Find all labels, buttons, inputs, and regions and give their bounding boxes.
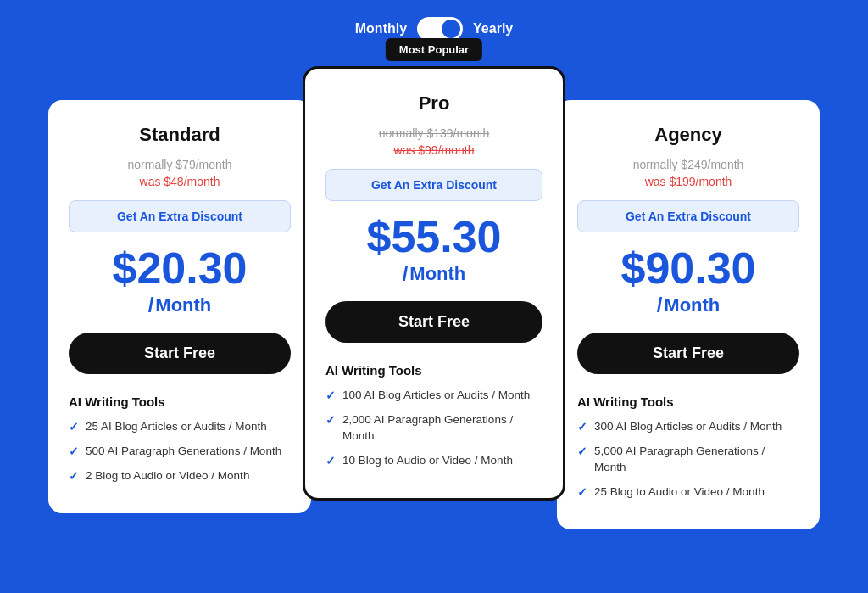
price-per-standard: / Month [69, 294, 291, 317]
plan-card-agency: Agency normally $249/month was $199/mont… [557, 100, 820, 529]
big-price-standard: $20.30 [69, 246, 291, 290]
feature-text: 25 AI Blog Articles or Audits / Month [86, 419, 267, 435]
check-icon: ✓ [577, 420, 587, 434]
plan-title-pro: Pro [326, 92, 542, 115]
feature-text: 5,000 AI Paragraph Generations / Month [594, 444, 799, 476]
price-amount-pro: $55.30 [366, 212, 501, 261]
check-icon: ✓ [326, 454, 336, 467]
feature-text: 500 AI Paragraph Generations / Month [86, 444, 281, 460]
slash-pro: / [403, 262, 409, 286]
feature-item: ✓ 2,000 AI Paragraph Generations / Month [326, 412, 542, 445]
feature-item: ✓ 10 Blog to Audio or Video / Month [326, 453, 542, 469]
check-icon: ✓ [577, 445, 587, 458]
normally-price-standard: normally $79/month [69, 158, 291, 171]
price-per-pro: / Month [326, 262, 542, 286]
feature-text: 10 Blog to Audio or Video / Month [342, 453, 513, 469]
month-standard: Month [155, 294, 211, 316]
discount-btn-standard[interactable]: Get An Extra Discount [69, 200, 291, 232]
was-price-agency: was $199/month [577, 175, 799, 188]
discount-btn-pro[interactable]: Get An Extra Discount [326, 169, 542, 201]
price-amount-standard: $20.30 [112, 243, 247, 293]
toggle-thumb [442, 20, 460, 38]
feature-item: ✓ 2 Blog to Audio or Video / Month [69, 468, 291, 484]
feature-item: ✓ 500 AI Paragraph Generations / Month [69, 444, 291, 460]
month-agency: Month [664, 294, 720, 316]
features-title-agency: AI Writing Tools [577, 394, 799, 409]
plan-card-standard: Standard normally $79/month was $48/mont… [48, 100, 311, 513]
toggle-switch[interactable] [417, 17, 463, 41]
features-title-pro: AI Writing Tools [326, 363, 542, 378]
was-price-pro: was $99/month [326, 143, 542, 157]
billing-toggle[interactable]: Monthly Yearly [355, 17, 513, 41]
month-pro: Month [409, 263, 465, 285]
check-icon: ✓ [69, 420, 79, 434]
start-free-btn-agency[interactable]: Start Free [577, 333, 799, 374]
was-price-standard: was $48/month [69, 175, 291, 188]
normally-price-pro: normally $139/month [326, 126, 542, 140]
price-amount-agency: $90.30 [620, 243, 755, 293]
check-icon: ✓ [69, 445, 79, 458]
features-title-standard: AI Writing Tools [69, 394, 291, 409]
discount-btn-agency[interactable]: Get An Extra Discount [577, 200, 799, 232]
feature-text: 2 Blog to Audio or Video / Month [86, 468, 249, 484]
feature-text: 2,000 AI Paragraph Generations / Month [342, 412, 542, 445]
plan-title-agency: Agency [577, 124, 799, 146]
monthly-label: Monthly [355, 21, 407, 36]
check-icon: ✓ [326, 413, 336, 427]
start-free-btn-pro[interactable]: Start Free [326, 301, 542, 343]
plan-title-standard: Standard [69, 124, 291, 146]
feature-text: 100 AI Blog Articles or Audits / Month [342, 388, 530, 404]
pricing-cards: Standard normally $79/month was $48/mont… [19, 66, 849, 529]
check-icon: ✓ [577, 485, 587, 499]
feature-item: ✓ 300 AI Blog Articles or Audits / Month [577, 419, 799, 435]
check-icon: ✓ [69, 469, 79, 483]
feature-item: ✓ 25 AI Blog Articles or Audits / Month [69, 419, 291, 435]
plan-card-pro: Most Popular Pro normally $139/month was… [303, 66, 565, 501]
slash-standard: / [148, 294, 154, 317]
feature-text: 300 AI Blog Articles or Audits / Month [594, 419, 782, 435]
check-icon: ✓ [326, 389, 336, 402]
feature-text: 25 Blog to Audio or Video / Month [594, 484, 765, 501]
feature-item: ✓ 25 Blog to Audio or Video / Month [577, 484, 799, 501]
start-free-btn-standard[interactable]: Start Free [69, 333, 291, 374]
big-price-pro: $55.30 [326, 215, 542, 259]
most-popular-badge: Most Popular [386, 38, 482, 61]
feature-item: ✓ 5,000 AI Paragraph Generations / Month [577, 444, 799, 476]
feature-item: ✓ 100 AI Blog Articles or Audits / Month [326, 388, 542, 404]
yearly-label: Yearly [473, 21, 513, 36]
normally-price-agency: normally $249/month [577, 158, 799, 171]
slash-agency: / [657, 294, 663, 317]
big-price-agency: $90.30 [577, 246, 799, 290]
price-per-agency: / Month [577, 294, 799, 317]
